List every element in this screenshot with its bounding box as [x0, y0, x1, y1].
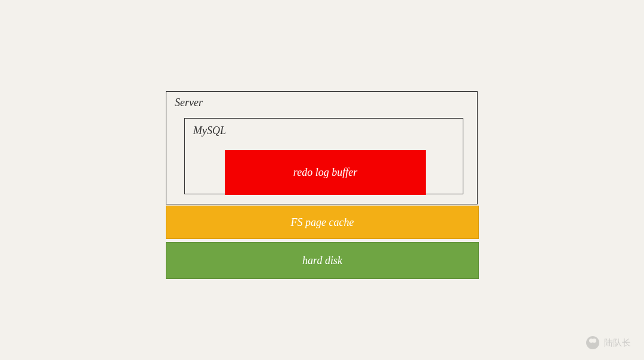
- mysql-container: MySQL redo log buffer: [184, 118, 463, 194]
- server-container: Server MySQL redo log buffer: [166, 91, 478, 204]
- wechat-icon: [586, 336, 599, 349]
- watermark: 陆队长: [586, 336, 631, 349]
- fs-page-cache-label: FS page cache: [291, 216, 354, 229]
- hard-disk-label: hard disk: [302, 255, 342, 267]
- fs-page-cache-box: FS page cache: [166, 206, 479, 239]
- mysql-label: MySQL: [193, 125, 226, 137]
- server-label: Server: [175, 97, 203, 109]
- redo-log-buffer-box: redo log buffer: [225, 150, 426, 195]
- redo-log-buffer-label: redo log buffer: [293, 166, 357, 179]
- hard-disk-box: hard disk: [166, 242, 479, 279]
- watermark-text: 陆队长: [604, 337, 631, 349]
